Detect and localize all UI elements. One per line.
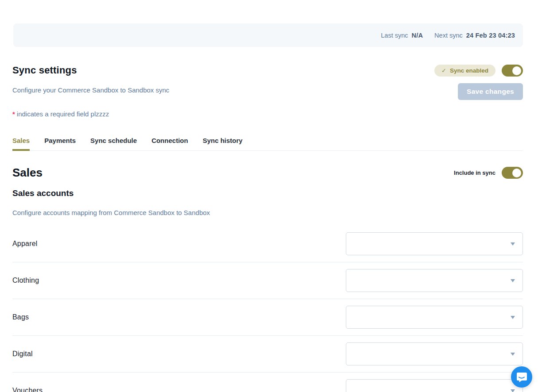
next-sync-stat: Next sync 24 Feb 23 04:23 xyxy=(434,32,515,39)
mapping-row-digital: Digital xyxy=(12,336,523,373)
account-select-digital[interactable] xyxy=(346,342,523,365)
chevron-down-icon xyxy=(511,242,515,246)
toggle-knob xyxy=(512,66,521,75)
sales-accounts-subtitle: Configure accounts mapping from Commerce… xyxy=(12,209,523,216)
account-select-vouchers[interactable] xyxy=(346,379,523,392)
sync-enabled-badge-label: Sync enabled xyxy=(450,67,488,74)
next-sync-value: 24 Feb 23 04:23 xyxy=(466,32,515,39)
account-select-apparel[interactable] xyxy=(346,232,523,255)
mapping-row-label: Digital xyxy=(12,350,33,358)
tab-sync-history[interactable]: Sync history xyxy=(203,137,243,150)
check-icon: ✓ xyxy=(441,67,446,74)
sync-enabled-badge: ✓ Sync enabled xyxy=(434,65,495,77)
mapping-row-clothing: Clothing xyxy=(12,262,523,299)
last-sync-value: N/A xyxy=(412,32,423,39)
last-sync-label: Last sync xyxy=(381,32,408,39)
mapping-row-label: Apparel xyxy=(12,240,38,248)
mapping-row-vouchers: Vouchers xyxy=(12,373,523,392)
sales-section-title: Sales xyxy=(12,166,43,180)
account-select-clothing[interactable] xyxy=(346,269,523,292)
account-select-bags[interactable] xyxy=(346,306,523,329)
page-header-right: ✓ Sync enabled Save changes xyxy=(434,65,523,100)
chat-bubble-icon xyxy=(516,371,527,383)
save-changes-button[interactable]: Save changes xyxy=(458,83,523,100)
include-in-sync-row: Include in sync xyxy=(454,167,523,179)
sync-status-bar: Last sync N/A Next sync 24 Feb 23 04:23 xyxy=(13,23,523,47)
tab-sales[interactable]: Sales xyxy=(12,137,30,150)
chevron-down-icon xyxy=(511,279,515,282)
next-sync-label: Next sync xyxy=(434,32,463,39)
page-title: Sync settings xyxy=(12,65,169,76)
mapping-row-label: Clothing xyxy=(12,277,39,284)
chevron-down-icon xyxy=(511,389,515,392)
sync-enable-row: ✓ Sync enabled xyxy=(434,65,523,77)
last-sync-stat: Last sync N/A xyxy=(381,32,423,39)
sales-section-header: Sales Include in sync xyxy=(12,166,523,180)
chat-launcher-button[interactable] xyxy=(511,366,532,388)
page-header-left: Sync settings Configure your Commerce Sa… xyxy=(12,65,169,118)
chevron-down-icon xyxy=(511,316,515,319)
toggle-knob xyxy=(512,169,521,177)
tab-payments[interactable]: Payments xyxy=(44,137,76,150)
include-in-sync-toggle[interactable] xyxy=(502,167,523,179)
mapping-row-bags: Bags xyxy=(12,299,523,336)
mapping-row-label: Vouchers xyxy=(12,387,43,392)
required-note-text: indicates a required field plzzzz xyxy=(17,110,109,118)
tab-connection[interactable]: Connection xyxy=(151,137,188,150)
mapping-row-label: Bags xyxy=(12,313,29,321)
mapping-row-apparel: Apparel xyxy=(12,226,523,262)
account-mapping-list: Apparel Clothing Bags Digital xyxy=(12,226,523,392)
chevron-down-icon xyxy=(511,353,515,356)
sync-enabled-toggle[interactable] xyxy=(502,65,523,77)
required-field-note: *indicates a required field plzzzz xyxy=(12,110,169,118)
tab-sync-schedule[interactable]: Sync schedule xyxy=(90,137,137,150)
sales-accounts-title: Sales accounts xyxy=(12,188,523,198)
page-subtitle: Configure your Commerce Sandbox to Sandb… xyxy=(12,86,169,94)
page-header: Sync settings Configure your Commerce Sa… xyxy=(12,65,523,118)
include-in-sync-label: Include in sync xyxy=(454,169,495,176)
required-asterisk: * xyxy=(12,110,15,118)
sync-settings-page: Last sync N/A Next sync 24 Feb 23 04:23 … xyxy=(0,23,538,392)
settings-tabs: Sales Payments Sync schedule Connection … xyxy=(12,137,523,151)
